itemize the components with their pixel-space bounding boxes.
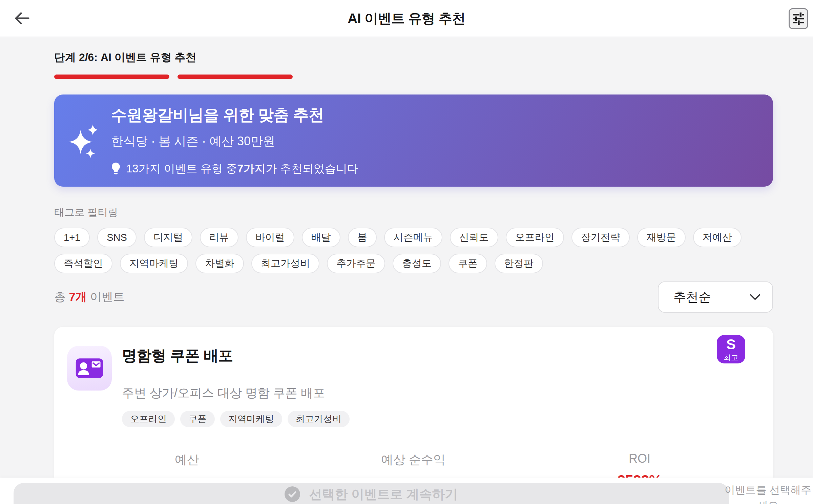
step-label: 단계 2/6: AI 이벤트 유형 추천 [54,50,773,65]
grade-label: 최고 [724,354,738,361]
banner-info: 13가지 이벤트 유형 중 7가지가 추천되었습니다 [111,161,358,176]
continue-button[interactable]: 선택한 이벤트로 계속하기 [14,483,729,504]
filter-settings-button[interactable] [789,8,808,29]
progress-segment [178,75,293,79]
arrow-left-icon [14,12,30,25]
filter-tag-chip[interactable]: 디지털 [144,228,192,247]
header: AI 이벤트 유형 추천 [0,0,813,37]
filter-tag-chip[interactable]: 배달 [302,228,340,247]
banner-title: 수원왕갈비님을 위한 맞춤 추천 [111,105,358,126]
filter-tag-chip[interactable]: SNS [97,228,137,247]
filter-tag-chip[interactable]: 시즌메뉴 [384,228,442,247]
grade-letter: S [726,337,736,352]
sort-dropdown[interactable]: 추천순 [658,281,773,313]
event-count-number: 7개 [69,290,87,303]
filter-tag-chip[interactable]: 오프라인 [506,228,564,247]
filter-tag-chip[interactable]: 장기전략 [571,228,630,247]
grade-badge: S 최고 [717,335,745,363]
filter-tag-chip[interactable]: 재방문 [637,228,686,247]
stat-label: ROI [526,451,753,466]
event-type-icon-container [67,346,112,391]
banner-subtitle: 한식당 · 봄 시즌 · 예산 30만원 [111,133,358,150]
event-card-tag: 쿠폰 [180,411,215,427]
main-content: 단계 2/6: AI 이벤트 유형 추천 수원왕갈비님을 위한 맞춤 추천 한식… [54,50,773,486]
check-circle-icon [285,486,300,502]
bottom-bar: 선택한 이벤트로 계속하기 이벤트를 선택해주세요 [0,478,813,504]
filter-tag-chip[interactable]: 봄 [348,228,377,247]
banner-info-suffix: 가 추천되었습니다 [266,161,358,176]
filter-tag-chip[interactable]: 1+1 [54,228,90,247]
filter-tag-chip[interactable]: 신뢰도 [450,228,498,247]
recommendation-banner: 수원왕갈비님을 위한 맞춤 추천 한식당 · 봄 시즌 · 예산 30만원 13… [54,94,773,187]
filter-tag-chip[interactable]: 한정판 [495,254,543,273]
filter-tag-chip[interactable]: 지역마케팅 [120,254,188,273]
stat-label: 예상 순수익 [300,451,526,468]
filter-tag-chip[interactable]: 저예산 [693,228,742,247]
filter-tag-chip[interactable]: 바이럴 [246,228,294,247]
event-count: 총 7개 이벤트 [54,289,125,305]
filter-tag-chip[interactable]: 차별화 [195,254,244,273]
banner-info-prefix: 13가지 이벤트 유형 중 [126,161,237,176]
filter-tag-chip[interactable]: 즉석할인 [54,254,112,273]
banner-info-highlight: 7가지 [237,161,266,176]
event-card-description: 주변 상가/오피스 대상 명함 쿠폰 배포 [122,385,350,401]
event-card-tag: 지역마케팅 [220,411,282,427]
event-card[interactable]: 명함형 쿠폰 배포 주변 상가/오피스 대상 명함 쿠폰 배포 오프라인쿠폰지역… [54,327,773,486]
filter-tag-chip[interactable]: 리뷰 [200,228,238,247]
contact-card-mail-icon [74,353,105,384]
filter-tag-chip[interactable]: 최고가성비 [251,254,319,273]
back-button[interactable] [14,12,30,25]
event-card-tags: 오프라인쿠폰지역마케팅최고가성비 [122,411,350,427]
progress-bar [54,75,773,79]
lightbulb-icon [111,162,121,176]
selection-hint: 이벤트를 선택해주세요 [724,482,812,504]
sort-dropdown-value: 추천순 [673,289,711,306]
event-card-title: 명함형 쿠폰 배포 [122,346,350,366]
results-row: 총 7개 이벤트 추천순 [54,281,773,313]
page-title: AI 이벤트 유형 추천 [348,9,465,28]
stat-label: 예산 [74,451,300,468]
sparkles-icon [68,120,102,161]
filter-tag-chip[interactable]: 추가주문 [327,254,385,273]
event-card-tag: 최고가성비 [288,411,350,427]
continue-button-label: 선택한 이벤트로 계속하기 [309,486,458,503]
filter-tag-chip[interactable]: 쿠폰 [449,254,487,273]
filter-tag-chip[interactable]: 충성도 [393,254,441,273]
event-card-tag: 오프라인 [122,411,175,427]
tune-sliders-icon [792,12,805,25]
progress-segment [54,75,169,79]
filter-section-label: 태그로 필터링 [54,206,773,219]
tag-filter-list: 1+1SNS디지털리뷰바이럴배달봄시즌메뉴신뢰도오프라인장기전략재방문저예산즉석… [54,228,773,273]
chevron-down-icon [749,294,761,300]
